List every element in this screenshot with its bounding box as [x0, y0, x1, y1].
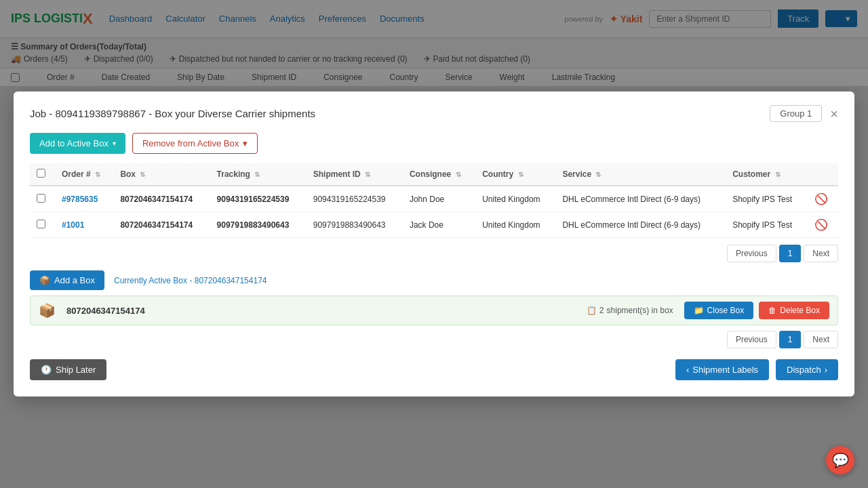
modal-backdrop: Job - 8094119389798867 - Box your Divers…: [0, 0, 868, 87]
